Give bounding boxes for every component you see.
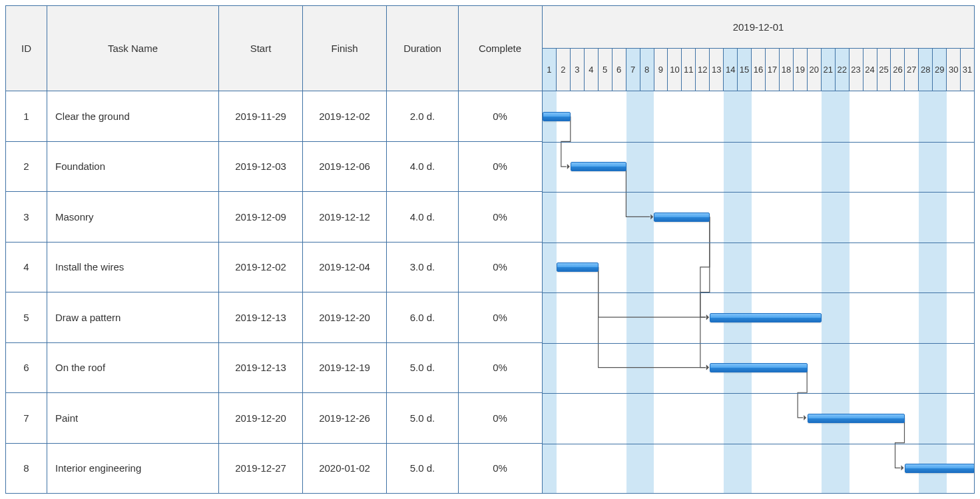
day-header: 3: [571, 49, 585, 91]
cell-duration: 3.0 d.: [387, 243, 459, 292]
day-header: 17: [766, 49, 780, 91]
arrow-icon: [567, 164, 570, 169]
day-header: 31: [961, 49, 974, 91]
row-separator: [543, 343, 974, 344]
day-header: 24: [863, 49, 877, 91]
day-header: 2: [557, 49, 571, 91]
day-header: 23: [850, 49, 863, 91]
day-header: 9: [654, 49, 668, 91]
col-header-duration: Duration: [387, 6, 459, 91]
cell-start: 2019-12-20: [219, 393, 303, 443]
cell-duration: 6.0 d.: [387, 292, 459, 342]
cell-complete: 0%: [459, 343, 541, 393]
task-bar[interactable]: [905, 464, 974, 473]
day-header: 29: [933, 49, 947, 91]
cell-id: 7: [6, 393, 47, 443]
day-header: 20: [808, 49, 822, 91]
day-header: 5: [599, 49, 612, 91]
table-row[interactable]: 2Foundation2019-12-032019-12-064.0 d.0%: [6, 142, 542, 193]
task-table-header: ID Task Name Start Finish Duration Compl…: [6, 6, 542, 91]
cell-id: 3: [6, 192, 47, 242]
day-header: 25: [877, 49, 891, 91]
table-row[interactable]: 6On the roof2019-12-132019-12-195.0 d.0%: [6, 343, 542, 394]
task-bar[interactable]: [710, 363, 808, 372]
cell-start: 2019-12-27: [219, 444, 303, 494]
arrow-icon: [706, 365, 709, 370]
table-row[interactable]: 1Clear the ground2019-11-292019-12-022.0…: [6, 91, 542, 142]
cell-duration: 4.0 d.: [387, 192, 459, 242]
cell-finish: 2020-01-02: [303, 444, 387, 494]
row-separator: [543, 142, 974, 143]
timeline-month-label: 2019-12-01: [543, 6, 974, 49]
cell-complete: 0%: [459, 91, 541, 141]
day-header: 4: [585, 49, 599, 91]
cell-id: 4: [6, 243, 47, 292]
day-header: 11: [682, 49, 696, 91]
task-bar[interactable]: [654, 213, 710, 222]
table-row[interactable]: 5Draw a pattern2019-12-132019-12-206.0 d…: [6, 292, 542, 343]
cell-name: Paint: [47, 393, 219, 443]
cell-name: Masonry: [47, 192, 219, 242]
task-bar[interactable]: [543, 112, 571, 121]
day-header: 30: [947, 49, 961, 91]
cell-finish: 2019-12-04: [303, 243, 387, 292]
cell-duration: 5.0 d.: [387, 343, 459, 393]
day-header: 6: [612, 49, 626, 91]
col-header-id: ID: [6, 6, 47, 91]
cell-name: Draw a pattern: [47, 292, 219, 342]
cell-duration: 5.0 d.: [387, 393, 459, 443]
table-row[interactable]: 3Masonry2019-12-092019-12-124.0 d.0%: [6, 192, 542, 243]
table-row[interactable]: 4Install the wires2019-12-022019-12-043.…: [6, 243, 542, 293]
cell-finish: 2019-12-26: [303, 393, 387, 443]
arrow-icon: [706, 314, 709, 320]
row-separator: [543, 444, 974, 444]
day-header: 19: [794, 49, 808, 91]
cell-complete: 0%: [459, 444, 541, 494]
cell-finish: 2019-12-06: [303, 142, 387, 192]
col-header-finish: Finish: [303, 6, 387, 91]
row-separator: [543, 243, 974, 243]
cell-start: 2019-12-13: [219, 343, 303, 393]
cell-id: 2: [6, 142, 47, 192]
table-row[interactable]: 8Interior engineering2019-12-272020-01-0…: [6, 444, 542, 494]
cell-duration: 5.0 d.: [387, 444, 459, 494]
day-header: 1: [543, 49, 557, 91]
row-separator: [543, 292, 974, 293]
task-bar[interactable]: [557, 262, 599, 272]
cell-id: 5: [6, 292, 47, 342]
cell-name: Install the wires: [47, 243, 219, 292]
cell-duration: 4.0 d.: [387, 142, 459, 192]
cell-complete: 0%: [459, 292, 541, 342]
day-header: 14: [724, 49, 738, 91]
col-header-name: Task Name: [47, 6, 219, 91]
task-bar[interactable]: [571, 162, 626, 171]
day-header: 18: [780, 49, 794, 91]
day-header: 13: [710, 49, 724, 91]
task-bar[interactable]: [710, 313, 821, 322]
task-bar[interactable]: [808, 414, 905, 423]
arrow-icon: [706, 365, 709, 370]
gantt-chart: ID Task Name Start Finish Duration Compl…: [5, 5, 975, 494]
cell-complete: 0%: [459, 192, 541, 242]
arrow-icon: [901, 465, 903, 470]
row-separator: [543, 393, 974, 394]
col-header-start: Start: [219, 6, 303, 91]
task-table: ID Task Name Start Finish Duration Compl…: [6, 6, 543, 493]
cell-start: 2019-12-03: [219, 142, 303, 192]
col-header-complete: Complete: [459, 6, 541, 91]
cell-start: 2019-12-09: [219, 192, 303, 242]
timeline-panel: 2019-12-01 12345678910111213141516171819…: [543, 6, 974, 493]
cell-name: Interior engineering: [47, 444, 219, 494]
table-row[interactable]: 7Paint2019-12-202019-12-265.0 d.0%: [6, 393, 542, 444]
day-header: 28: [919, 49, 933, 91]
cell-complete: 0%: [459, 243, 541, 292]
row-separator: [543, 192, 974, 193]
day-header: 22: [836, 49, 850, 91]
cell-finish: 2019-12-12: [303, 192, 387, 242]
day-header: 12: [696, 49, 710, 91]
cell-finish: 2019-12-20: [303, 292, 387, 342]
cell-start: 2019-12-13: [219, 292, 303, 342]
day-header: 16: [752, 49, 766, 91]
cell-name: Foundation: [47, 142, 219, 192]
cell-name: On the roof: [47, 343, 219, 393]
